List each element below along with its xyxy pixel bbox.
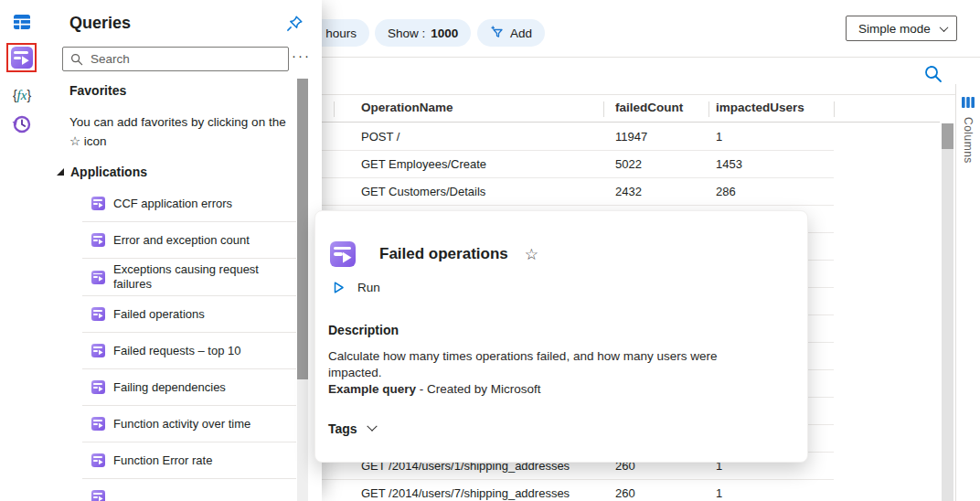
cell-impactedusers: 1: [716, 486, 722, 500]
list-item[interactable]: [82, 479, 296, 501]
cell-failedcount: 5022: [615, 157, 642, 171]
query-icon: [91, 271, 105, 284]
applications-group-label: Applications: [70, 165, 147, 179]
run-label: Run: [357, 281, 380, 294]
cell-operationname: GET Employees/Create: [361, 157, 486, 171]
pin-icon[interactable]: [285, 15, 304, 33]
columns-icon: [961, 95, 975, 110]
cell-impactedusers: 1453: [716, 157, 742, 171]
search-input[interactable]: Search: [62, 47, 289, 71]
tags-label: Tags: [328, 421, 357, 436]
filter-add-icon: [490, 25, 505, 42]
description-text: Calculate how many times operations fail…: [328, 349, 717, 379]
chevron-down-icon: [367, 421, 377, 432]
query-item-label: Error and exception count: [113, 233, 250, 248]
list-item[interactable]: CCF application errors: [82, 186, 296, 222]
table-scrollbar-thumb[interactable]: [942, 123, 953, 149]
tags-section[interactable]: Tags: [328, 421, 376, 436]
activity-bar: {fx}: [0, 0, 44, 501]
panel-scrollbar-thumb[interactable]: [297, 79, 308, 379]
column-divider[interactable]: [334, 101, 335, 117]
cell-impactedusers: 1: [716, 130, 722, 144]
results-search-icon[interactable]: [923, 64, 943, 84]
panel-scrollbar-track[interactable]: [297, 79, 308, 501]
cell-failedcount: 2432: [615, 185, 642, 198]
list-item[interactable]: Exceptions causing request failures: [82, 259, 296, 296]
query-icon: [91, 490, 105, 501]
query-item-label: Function activity over time: [113, 417, 250, 432]
query-item-label: Failed requests – top 10: [113, 344, 240, 358]
functions-icon[interactable]: {fx}: [9, 82, 35, 108]
table-scrollbar-track[interactable]: [942, 123, 953, 501]
cell-operationname: POST /: [361, 130, 399, 144]
time-range-label: hours: [325, 27, 357, 40]
query-icon: [91, 417, 105, 431]
query-details-popup: Failed operations ☆ Run Description Calc…: [314, 210, 808, 463]
query-item-label: Function Error rate: [113, 453, 212, 468]
table-row[interactable]: GET Employees/Create 5022 1453: [322, 151, 940, 178]
columns-tab-label: Columns: [962, 117, 975, 164]
list-item[interactable]: Function activity over time: [82, 406, 296, 442]
add-label: Add: [510, 27, 532, 40]
run-play-icon: [332, 281, 346, 294]
queries-icon-highlight: [6, 43, 37, 72]
queries-icon[interactable]: [11, 47, 33, 69]
list-item[interactable]: Function Error rate: [82, 442, 296, 479]
cell-impactedusers: 286: [716, 185, 736, 198]
query-icon: [91, 233, 105, 247]
description-body: Calculate how many times operations fail…: [328, 348, 758, 398]
tree-expand-icon: [57, 168, 64, 176]
table-view-icon[interactable]: [9, 9, 35, 35]
example-query-rest: - Created by Microsoft: [416, 382, 541, 396]
search-icon: [70, 53, 83, 66]
applications-group[interactable]: Applications: [57, 165, 147, 179]
column-header-operationname[interactable]: OperationName: [361, 101, 453, 114]
show-limit-pill[interactable]: Show : 1000: [375, 19, 471, 47]
list-item[interactable]: Error and exception count: [82, 222, 296, 259]
list-item[interactable]: Failing dependencies: [82, 369, 296, 406]
example-query-label: Example query: [328, 382, 416, 396]
table-row[interactable]: GET Customers/Details 2432 286: [322, 178, 940, 206]
list-item[interactable]: Failed operations: [82, 296, 296, 333]
query-item-label: Exceptions causing request failures: [113, 262, 287, 292]
more-options-button[interactable]: ···: [292, 48, 311, 63]
column-divider[interactable]: [708, 101, 709, 117]
cell-failedcount: 11947: [615, 130, 647, 144]
table-row[interactable]: GET /2014/users/7/shipping_addresses 260…: [322, 480, 940, 501]
cell-operationname: GET Customers/Details: [361, 185, 485, 198]
search-placeholder: Search: [91, 52, 130, 66]
run-button[interactable]: Run: [332, 281, 380, 294]
queries-panel: Queries Search ··· Favorites You can add…: [44, 0, 322, 501]
add-filter-pill[interactable]: Add: [477, 19, 545, 47]
list-item[interactable]: Failed requests – top 10: [82, 333, 296, 369]
columns-tab[interactable]: Columns: [956, 95, 980, 164]
show-label: Show :: [388, 27, 425, 40]
app-root: hours Show : 1000 Add Simple mode: [0, 0, 980, 501]
column-header-impactedusers[interactable]: impactedUsers: [716, 101, 804, 114]
cell-operationname: GET /2014/users/7/shipping_addresses: [361, 486, 570, 500]
cell-failedcount: 260: [615, 486, 635, 500]
chevron-down-icon: [940, 23, 949, 32]
query-item-label: Failed operations: [113, 307, 205, 322]
column-header-failedcount[interactable]: failedCount: [615, 101, 683, 114]
mode-dropdown[interactable]: Simple mode: [846, 16, 957, 41]
query-list: CCF application errors Error and excepti…: [82, 186, 296, 501]
column-divider[interactable]: [603, 101, 604, 117]
favorites-hint: You can add favorites by clicking on the…: [69, 112, 291, 151]
query-item-label: CCF application errors: [113, 197, 232, 211]
query-item-label: Failing dependencies: [113, 380, 226, 395]
mode-dropdown-value: Simple mode: [858, 22, 931, 36]
column-divider[interactable]: [834, 101, 835, 117]
favorite-star-icon[interactable]: ☆: [525, 245, 538, 264]
description-heading: Description: [328, 323, 399, 337]
query-icon: [91, 197, 105, 210]
query-icon: [91, 453, 105, 467]
history-icon[interactable]: [9, 112, 35, 137]
show-value: 1000: [431, 27, 458, 40]
query-icon: [91, 380, 105, 394]
table-row[interactable]: POST / 11947 1: [322, 123, 940, 151]
table-header: OperationName failedCount impactedUsers: [322, 95, 940, 123]
panel-title: Queries: [69, 14, 131, 33]
query-icon: [91, 307, 105, 321]
query-icon: [330, 241, 356, 267]
